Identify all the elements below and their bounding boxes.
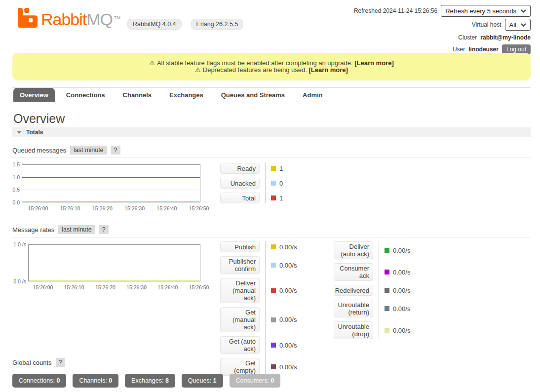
count-value: 8: [165, 377, 169, 384]
legend-toggle-publish[interactable]: Publish: [220, 241, 260, 252]
count-badge-channels[interactable]: Channels: 0: [73, 374, 118, 388]
x-axis-tick-label: 15:26:00: [33, 284, 53, 290]
virtual-host-label: Virtual host: [472, 21, 501, 28]
message-rates-chart: 1.0 /s0.0 /s15:26:0015:26:1015:26:2015:2…: [12, 241, 210, 291]
queued-messages-header: Queued messages last minute ?: [12, 146, 531, 158]
tab-admin[interactable]: Admin: [296, 88, 329, 102]
legend-value-redelivered: 0.00/s: [385, 287, 410, 294]
page-title: Overview: [13, 112, 65, 126]
rates-help-button[interactable]: ?: [99, 225, 109, 234]
count-badge-connections[interactable]: Connections: 0: [12, 374, 66, 388]
count-label: Connections:: [19, 377, 56, 384]
legend-value-total: 1: [271, 195, 283, 202]
tab-channels[interactable]: Channels: [116, 88, 158, 102]
legend-toggle-unacked[interactable]: Unacked: [220, 178, 260, 189]
x-axis-tick-label: 15:26:10: [64, 284, 84, 290]
learn-more-link[interactable]: [Learn more]: [354, 59, 393, 67]
legend-swatch-unacked: [271, 181, 276, 186]
virtual-host-select[interactable]: All: [505, 19, 531, 31]
legend-swatch-total: [271, 196, 276, 200]
global-counts-title: Global counts: [12, 359, 52, 366]
legend-value-text: 0.00/s: [393, 287, 410, 294]
count-label: Queues:: [188, 377, 213, 384]
x-axis-tick-label: 15:26:00: [28, 205, 48, 211]
count-badge-consumers[interactable]: Consumers: 0: [230, 374, 281, 388]
chart-plot-area: [28, 244, 200, 281]
legend-value-text: 0: [279, 180, 283, 187]
virtual-host-row: Virtual host All: [472, 19, 531, 31]
version-badge: Erlang 26.2.5.5: [191, 19, 244, 30]
legend-row-deliver-manual-ack-: Deliver (manual ack)0.00/s: [220, 278, 297, 303]
legend-value-get-auto-ack-: 0.00/s: [271, 342, 297, 349]
legend-toggle-get-manual-ack-[interactable]: Get (manual ack): [220, 307, 260, 332]
refresh-interval-value: Refresh every 5 seconds: [445, 7, 516, 15]
version-badges: RabbitMQ 4.0.4Erlang 26.2.5.5: [127, 19, 243, 30]
legend-row-redelivered: Redelivered0.00/s: [334, 285, 410, 296]
legend-swatch-ready: [271, 166, 276, 171]
legend-row-get-manual-ack-: Get (manual ack)0.00/s: [220, 307, 297, 332]
legend-toggle-unroutable-return-[interactable]: Unroutable (return): [334, 300, 373, 317]
refresh-interval-select[interactable]: Refresh every 5 seconds: [441, 5, 531, 17]
tab-connections[interactable]: Connections: [60, 88, 112, 102]
legend-swatch-get-manual-ack-: [271, 317, 276, 322]
queued-help-button[interactable]: ?: [111, 146, 120, 155]
legend-toggle-deliver-auto-ack-[interactable]: Deliver (auto ack): [334, 241, 373, 259]
y-axis-tick-label: 0.0 /s: [12, 278, 26, 284]
legend-toggle-total[interactable]: Total: [220, 193, 260, 203]
legend-swatch-unroutable-return-: [385, 306, 389, 311]
legend-toggle-unroutable-drop-[interactable]: Unroutable (drop): [334, 321, 373, 339]
cluster-label: Cluster: [458, 34, 477, 41]
rabbitmq-logo-icon: [18, 8, 38, 28]
x-axis-tick-label: 15:26:50: [189, 205, 209, 211]
warning-icon: ⚠: [195, 66, 201, 74]
count-badge-queues[interactable]: Queues: 1: [182, 374, 223, 388]
message-rates-header: Message rates last minute ?: [12, 225, 531, 237]
count-label: Consumers:: [236, 377, 271, 384]
queued-range-button[interactable]: last minute: [70, 146, 107, 155]
count-badge-exchanges[interactable]: Exchanges: 8: [125, 374, 175, 388]
legend-toggle-publisher-confirm[interactable]: Publisher confirm: [220, 256, 260, 274]
user-name: linodeuser: [468, 46, 499, 53]
y-axis-tick-label: 0.5: [12, 187, 20, 193]
legend-value-text: 0.00/s: [393, 327, 410, 334]
legend-value-text: 1: [279, 195, 283, 202]
legend-value-text: 0.00/s: [393, 305, 410, 313]
x-axis-tick-label: 15:26:40: [157, 284, 178, 290]
learn-more-link[interactable]: [Learn more]: [309, 66, 347, 74]
queued-messages-title: Queued messages: [12, 147, 66, 154]
tab-exchanges[interactable]: Exchanges: [163, 88, 210, 102]
legend-toggle-consumer-ack[interactable]: Consumer ack: [334, 263, 373, 281]
legend-toggle-deliver-manual-ack-[interactable]: Deliver (manual ack): [220, 278, 260, 303]
cluster-name: rabbit@my-linode: [480, 34, 531, 41]
legend-toggle-get-auto-ack-[interactable]: Get (auto ack): [220, 336, 260, 354]
count-value: 0: [56, 377, 60, 384]
legend-row-publisher-confirm: Publisher confirm0.00/s: [220, 256, 297, 274]
logo-text-rabbit: Rabbit: [41, 10, 86, 29]
legend-value-get-manual-ack-: 0.00/s: [271, 316, 297, 323]
legend-value-text: 0.00/s: [279, 243, 297, 251]
legend-row-total: Total1: [220, 193, 283, 203]
rabbitmq-logo[interactable]: RabbitMQTM: [18, 8, 120, 29]
banner-warning-text: All stable feature flags must be enabled…: [157, 59, 354, 67]
tab-overview[interactable]: Overview: [13, 88, 55, 102]
version-badge: RabbitMQ 4.0.4: [127, 19, 182, 30]
totals-section-header[interactable]: Totals: [12, 127, 531, 137]
count-value: 0: [109, 377, 112, 384]
x-axis-tick-label: 15:26:50: [189, 284, 209, 290]
tab-queues-and-streams[interactable]: Queues and Streams: [215, 88, 291, 102]
virtual-host-value: All: [509, 21, 516, 29]
banner-warning-line: ⚠Deprecated features are being used. [Le…: [195, 67, 348, 74]
x-axis-tick-label: 15:26:40: [156, 205, 177, 211]
rates-range-button[interactable]: last minute: [58, 225, 95, 234]
refresh-row: Refreshed 2024-11-24 15:26:56 Refresh ev…: [354, 5, 531, 17]
warning-icon: ⚠: [149, 59, 155, 67]
legend-toggle-ready[interactable]: Ready: [220, 163, 260, 174]
legend-swatch-redelivered: [385, 288, 389, 293]
global-counts-help-button[interactable]: ?: [56, 358, 65, 367]
logo-trademark: TM: [114, 15, 120, 20]
legend-toggle-redelivered[interactable]: Redelivered: [334, 285, 373, 296]
global-counts-header: Global counts ?: [12, 358, 531, 370]
chart-series-line-unacked: [22, 201, 200, 202]
legend-row-consumer-ack: Consumer ack0.00/s: [334, 263, 410, 281]
refreshed-timestamp: Refreshed 2024-11-24 15:26:56: [354, 7, 437, 14]
